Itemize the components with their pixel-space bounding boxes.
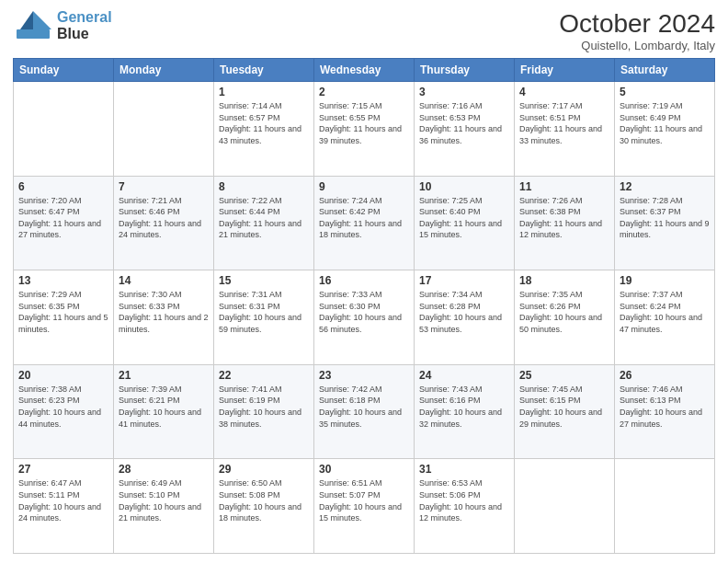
calendar-week-row: 6Sunrise: 7:20 AMSunset: 6:47 PMDaylight… [14, 176, 715, 270]
day-info: Sunrise: 7:37 AMSunset: 6:24 PMDaylight:… [620, 289, 710, 335]
day-info: Sunrise: 7:14 AMSunset: 6:57 PMDaylight:… [219, 100, 309, 146]
day-info: Sunrise: 7:25 AMSunset: 6:40 PMDaylight:… [419, 195, 509, 241]
calendar-cell: 25Sunrise: 7:45 AMSunset: 6:15 PMDayligh… [515, 364, 615, 459]
day-info: Sunrise: 7:46 AMSunset: 6:13 PMDaylight:… [620, 384, 710, 430]
weekday-header: Friday [515, 59, 615, 82]
day-number: 7 [119, 180, 209, 193]
calendar-body: 1Sunrise: 7:14 AMSunset: 6:57 PMDaylight… [14, 82, 715, 554]
location: Quistello, Lombardy, Italy [559, 39, 715, 52]
day-number: 2 [319, 86, 409, 98]
calendar-cell: 30Sunrise: 6:51 AMSunset: 5:07 PMDayligh… [314, 459, 415, 554]
logo: General Blue [13, 9, 112, 42]
calendar-cell: 15Sunrise: 7:31 AMSunset: 6:31 PMDayligh… [214, 270, 314, 365]
day-info: Sunrise: 7:45 AMSunset: 6:15 PMDaylight:… [519, 384, 609, 430]
calendar-week-row: 27Sunrise: 6:47 AMSunset: 5:11 PMDayligh… [14, 459, 715, 554]
calendar-week-row: 20Sunrise: 7:38 AMSunset: 6:23 PMDayligh… [14, 364, 715, 459]
calendar-cell: 31Sunrise: 6:53 AMSunset: 5:06 PMDayligh… [415, 459, 515, 554]
day-info: Sunrise: 7:41 AMSunset: 6:19 PMDaylight:… [219, 384, 309, 430]
day-info: Sunrise: 7:20 AMSunset: 6:47 PMDaylight:… [18, 195, 108, 241]
day-number: 9 [319, 180, 409, 193]
calendar-cell: 27Sunrise: 6:47 AMSunset: 5:11 PMDayligh… [14, 459, 114, 554]
day-info: Sunrise: 7:38 AMSunset: 6:23 PMDaylight:… [18, 384, 108, 430]
day-number: 24 [419, 369, 509, 382]
calendar-week-row: 1Sunrise: 7:14 AMSunset: 6:57 PMDaylight… [14, 82, 715, 177]
day-info: Sunrise: 7:43 AMSunset: 6:16 PMDaylight:… [419, 384, 509, 430]
calendar-cell: 19Sunrise: 7:37 AMSunset: 6:24 PMDayligh… [615, 270, 715, 365]
day-number: 18 [519, 274, 609, 287]
day-number: 27 [18, 463, 108, 476]
svg-marker-0 [33, 11, 51, 29]
logo-text: General Blue [57, 9, 112, 41]
calendar-cell: 7Sunrise: 7:21 AMSunset: 6:46 PMDaylight… [114, 176, 214, 270]
calendar-cell: 11Sunrise: 7:26 AMSunset: 6:38 PMDayligh… [515, 176, 615, 270]
day-info: Sunrise: 7:26 AMSunset: 6:38 PMDaylight:… [519, 195, 609, 241]
day-number: 19 [620, 274, 710, 287]
day-number: 21 [119, 369, 209, 382]
calendar-cell: 8Sunrise: 7:22 AMSunset: 6:44 PMDaylight… [214, 176, 314, 270]
day-info: Sunrise: 7:42 AMSunset: 6:18 PMDaylight:… [319, 384, 409, 430]
calendar-cell [515, 459, 615, 554]
calendar-cell: 29Sunrise: 6:50 AMSunset: 5:08 PMDayligh… [214, 459, 314, 554]
day-info: Sunrise: 6:50 AMSunset: 5:08 PMDaylight:… [219, 477, 309, 523]
day-info: Sunrise: 7:16 AMSunset: 6:53 PMDaylight:… [419, 100, 509, 146]
svg-rect-2 [17, 29, 50, 39]
day-info: Sunrise: 7:19 AMSunset: 6:49 PMDaylight:… [620, 100, 710, 146]
header: General Blue October 2024 Quistello, Lom… [13, 9, 715, 52]
logo-icon [13, 9, 53, 42]
day-number: 23 [319, 369, 409, 382]
day-info: Sunrise: 7:33 AMSunset: 6:30 PMDaylight:… [319, 289, 409, 335]
day-info: Sunrise: 7:29 AMSunset: 6:35 PMDaylight:… [18, 289, 108, 335]
day-number: 28 [119, 463, 209, 476]
day-number: 6 [18, 180, 108, 193]
calendar-week-row: 13Sunrise: 7:29 AMSunset: 6:35 PMDayligh… [14, 270, 715, 365]
day-info: Sunrise: 7:15 AMSunset: 6:55 PMDaylight:… [319, 100, 409, 146]
calendar-cell: 23Sunrise: 7:42 AMSunset: 6:18 PMDayligh… [314, 364, 415, 459]
weekday-header: Wednesday [314, 59, 415, 82]
day-info: Sunrise: 6:47 AMSunset: 5:11 PMDaylight:… [18, 477, 108, 523]
calendar-cell [14, 82, 114, 177]
day-info: Sunrise: 7:31 AMSunset: 6:31 PMDaylight:… [219, 289, 309, 335]
calendar-cell: 14Sunrise: 7:30 AMSunset: 6:33 PMDayligh… [114, 270, 214, 365]
weekday-header: Thursday [415, 59, 515, 82]
day-number: 25 [519, 369, 609, 382]
day-info: Sunrise: 7:17 AMSunset: 6:51 PMDaylight:… [519, 100, 609, 146]
day-number: 1 [219, 86, 309, 98]
day-number: 10 [419, 180, 509, 193]
calendar-cell: 13Sunrise: 7:29 AMSunset: 6:35 PMDayligh… [14, 270, 114, 365]
day-number: 3 [419, 86, 509, 98]
day-number: 16 [319, 274, 409, 287]
calendar-cell: 28Sunrise: 6:49 AMSunset: 5:10 PMDayligh… [114, 459, 214, 554]
weekday-header: Saturday [615, 59, 715, 82]
day-number: 31 [419, 463, 509, 476]
calendar-cell: 9Sunrise: 7:24 AMSunset: 6:42 PMDaylight… [314, 176, 415, 270]
calendar-cell: 20Sunrise: 7:38 AMSunset: 6:23 PMDayligh… [14, 364, 114, 459]
day-info: Sunrise: 6:49 AMSunset: 5:10 PMDaylight:… [119, 477, 209, 523]
calendar-cell: 6Sunrise: 7:20 AMSunset: 6:47 PMDaylight… [14, 176, 114, 270]
calendar-cell: 21Sunrise: 7:39 AMSunset: 6:21 PMDayligh… [114, 364, 214, 459]
day-number: 30 [319, 463, 409, 476]
day-info: Sunrise: 7:34 AMSunset: 6:28 PMDaylight:… [419, 289, 509, 335]
calendar-cell: 5Sunrise: 7:19 AMSunset: 6:49 PMDaylight… [615, 82, 715, 177]
weekday-header: Tuesday [214, 59, 314, 82]
day-number: 17 [419, 274, 509, 287]
day-info: Sunrise: 7:24 AMSunset: 6:42 PMDaylight:… [319, 195, 409, 241]
day-number: 13 [18, 274, 108, 287]
calendar-cell: 3Sunrise: 7:16 AMSunset: 6:53 PMDaylight… [415, 82, 515, 177]
day-number: 20 [18, 369, 108, 382]
calendar-cell: 4Sunrise: 7:17 AMSunset: 6:51 PMDaylight… [515, 82, 615, 177]
day-number: 4 [519, 86, 609, 98]
day-number: 8 [219, 180, 309, 193]
calendar-cell: 22Sunrise: 7:41 AMSunset: 6:19 PMDayligh… [214, 364, 314, 459]
weekday-row: SundayMondayTuesdayWednesdayThursdayFrid… [14, 59, 715, 82]
calendar-cell [615, 459, 715, 554]
day-info: Sunrise: 7:21 AMSunset: 6:46 PMDaylight:… [119, 195, 209, 241]
calendar-cell: 16Sunrise: 7:33 AMSunset: 6:30 PMDayligh… [314, 270, 415, 365]
weekday-header: Sunday [14, 59, 114, 82]
day-info: Sunrise: 7:28 AMSunset: 6:37 PMDaylight:… [620, 195, 710, 241]
title-area: October 2024 Quistello, Lombardy, Italy [559, 9, 715, 52]
day-number: 29 [219, 463, 309, 476]
month-title: October 2024 [559, 9, 715, 39]
day-info: Sunrise: 6:53 AMSunset: 5:06 PMDaylight:… [419, 477, 509, 523]
calendar-cell: 17Sunrise: 7:34 AMSunset: 6:28 PMDayligh… [415, 270, 515, 365]
weekday-header: Monday [114, 59, 214, 82]
